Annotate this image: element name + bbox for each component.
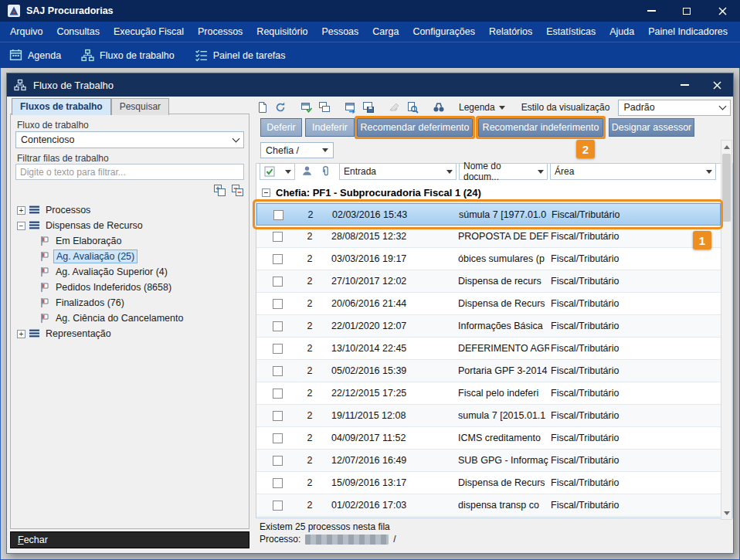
maximize-button[interactable] [669, 0, 704, 22]
tree-item-pedidos-indeferidos-8658[interactable]: Pedidos Indeferidos (8658) [14, 280, 246, 295]
save-window-icon[interactable] [362, 100, 375, 114]
process-row[interactable]: 227/10/2017 12:02Dispensa de recursFisca… [256, 270, 721, 293]
group-by-combobox[interactable]: Chefia / [260, 142, 334, 158]
new-document-icon[interactable] [256, 100, 270, 114]
tree-item-em-elaboracao[interactable]: Em Elaboração [14, 233, 246, 249]
entrada-cell: 22/12/2015 17:25 [331, 388, 406, 399]
row-checkbox[interactable] [273, 456, 283, 466]
entrada-cell: 22/01/2020 12:07 [331, 321, 406, 331]
process-row[interactable]: 222/12/2015 17:25Fiscal pelo indeferiFis… [256, 382, 721, 405]
group-header-row[interactable]: Chefia: PF1 - Subprocuradoria Fiscal 1 (… [256, 183, 720, 203]
row-checkbox[interactable] [273, 254, 283, 264]
refresh-icon[interactable] [273, 100, 287, 114]
process-row[interactable]: 201/02/2016 17:03dispensa transp coFisca… [256, 494, 721, 517]
menu-item-ajuda[interactable]: Ajuda [603, 22, 641, 42]
indeferir-button[interactable]: Indeferir [305, 118, 355, 137]
menu-item-estatisticas[interactable]: Estatísticas [539, 22, 603, 42]
scrollbar-thumb[interactable] [722, 154, 731, 222]
workflow-close-button[interactable] [701, 73, 733, 97]
expand-node-icon[interactable]: + [17, 330, 25, 338]
tab-fluxos-de-trabalho[interactable]: Fluxos de trabalho [12, 98, 111, 115]
view-workflow-icon[interactable] [300, 100, 314, 114]
row-checkbox[interactable] [273, 478, 283, 488]
row-checkbox[interactable] [273, 389, 283, 399]
scroll-up-button[interactable] [721, 141, 732, 153]
toolbar-item-painel-de-tarefas[interactable]: Painel de tarefas [195, 49, 286, 62]
filter-input[interactable] [15, 164, 244, 180]
tree-item-ag-ciencia-do-cancelamento[interactable]: Ag. Ciência do Cancelamento [14, 311, 246, 326]
panel-splitter[interactable] [251, 97, 254, 553]
flow-combobox[interactable]: Contencioso [15, 131, 244, 148]
tree-item-label: Ag. Avaliação (25) [53, 249, 137, 263]
menu-item-painel-indicadores[interactable]: Painel Indicadores [641, 22, 735, 42]
duplicate-window-icon[interactable] [317, 100, 331, 114]
tree-item-ag-avaliacao-superior-4[interactable]: Ag. Avaliação Superior (4) [14, 264, 246, 280]
menu-item-consultas[interactable]: Consultas [49, 22, 107, 42]
tree-item-finalizados-76[interactable]: Finalizados (76) [14, 295, 246, 311]
minimize-button[interactable] [633, 0, 669, 22]
tree-item-processos[interactable]: +Processos [14, 202, 246, 218]
list-icon [29, 328, 39, 339]
column-header-entrada[interactable]: Entrada [339, 163, 457, 180]
recomendar-deferimento-button[interactable]: Recomendar deferimento [357, 118, 473, 137]
process-row[interactable]: 213/10/2014 22:45DEFERIMENTO AGRFiscal/T… [256, 338, 721, 360]
close-button[interactable] [704, 0, 740, 22]
forward-process-icon[interactable] [344, 100, 358, 114]
menu-item-arquivo[interactable]: Arquivo [3, 22, 49, 42]
expand-node-icon[interactable]: + [17, 206, 25, 215]
menu-item-execucao-fiscal[interactable]: Execução Fiscal [107, 22, 191, 42]
process-row[interactable]: 228/08/2015 12:32PROPOSTA DE DEFEFiscal/… [256, 226, 721, 248]
flag-icon [39, 251, 49, 262]
tree-item-ag-avaliacao-25[interactable]: Ag. Avaliação (25) [14, 249, 246, 264]
process-row[interactable]: 203/03/2016 19:17óbices sumulares (pFisc… [256, 248, 721, 270]
process-row[interactable]: 204/09/2017 11:52ICMS creditamentoFiscal… [256, 427, 721, 450]
row-checkbox[interactable] [273, 210, 283, 220]
process-row[interactable]: 219/11/2015 12:08sumula 7 [2015.01.1Fisc… [256, 405, 721, 427]
style-combobox[interactable]: Padrão [618, 100, 731, 116]
workflow-minimize-button[interactable] [668, 73, 701, 97]
row-checkbox[interactable] [273, 366, 283, 376]
process-row[interactable]: 202/03/2016 15:43súmula 7 [1977.01.0Fisc… [256, 203, 721, 226]
menu-item-relatorios[interactable]: Relatórios [482, 22, 539, 42]
scroll-down-button[interactable] [721, 507, 732, 519]
binoculars-icon[interactable] [432, 100, 446, 114]
process-row[interactable]: 212/07/2016 16:49SUB GPG - InformaçFisca… [256, 450, 721, 472]
menu-item-configuracoes[interactable]: Configurações [406, 22, 482, 42]
deferir-button[interactable]: Deferir [260, 118, 302, 137]
fechar-button[interactable]: Fechar [10, 531, 249, 548]
recomendar-indeferimento-button[interactable]: Recomendar indeferimento [478, 118, 603, 137]
collapse-node-icon[interactable]: − [17, 222, 25, 230]
process-row[interactable]: 215/09/2016 13:17Dispensa de RecursFisca… [256, 472, 721, 494]
toolbar-item-fluxo-de-trabalho[interactable]: Fluxo de trabalho [81, 49, 175, 62]
row-checkbox[interactable] [273, 299, 283, 309]
process-row[interactable]: 205/02/2016 15:39Portaria GPF 3-2014Fisc… [256, 360, 721, 382]
row-checkbox[interactable] [273, 344, 283, 354]
row-checkbox[interactable] [273, 433, 283, 443]
select-all-dropdown[interactable] [260, 163, 295, 180]
row-checkbox[interactable] [273, 232, 283, 242]
column-header-area[interactable]: Área [550, 163, 716, 180]
column-header-nome[interactable]: Nome do docum... [459, 163, 548, 180]
process-row[interactable]: 220/06/2016 21:44Dispensa de RecursFisca… [256, 293, 721, 315]
menu-item-carga[interactable]: Carga [365, 22, 406, 42]
designar-assessor-button[interactable]: Designar assessor [609, 118, 694, 137]
collapse-group-icon[interactable] [262, 188, 270, 197]
tree-item-dispensas-de-recurso[interactable]: −Dispensas de Recurso [14, 218, 246, 233]
task-list-icon [195, 49, 208, 62]
tab-pesquisar[interactable]: Pesquisar [111, 98, 169, 115]
menu-item-pessoas[interactable]: Pessoas [314, 22, 365, 42]
collapse-all-icon[interactable] [231, 184, 244, 197]
vertical-scrollbar[interactable] [721, 140, 732, 520]
row-checkbox[interactable] [273, 277, 283, 287]
process-row[interactable]: 222/01/2020 12:07Informações BásicaFisca… [256, 315, 721, 338]
menu-item-requisitorio[interactable]: Requisitório [249, 22, 314, 42]
toolbar-item-agenda[interactable]: Agenda [9, 49, 61, 62]
tree-item-representacao[interactable]: +Representação [14, 326, 246, 341]
row-checkbox[interactable] [273, 321, 283, 331]
row-checkbox[interactable] [273, 411, 283, 421]
row-checkbox[interactable] [273, 501, 283, 511]
legend-dropdown[interactable]: Legenda [454, 100, 510, 114]
menu-item-processos[interactable]: Processos [191, 22, 249, 42]
expand-all-icon[interactable] [213, 184, 226, 197]
preview-document-icon[interactable] [406, 100, 419, 114]
